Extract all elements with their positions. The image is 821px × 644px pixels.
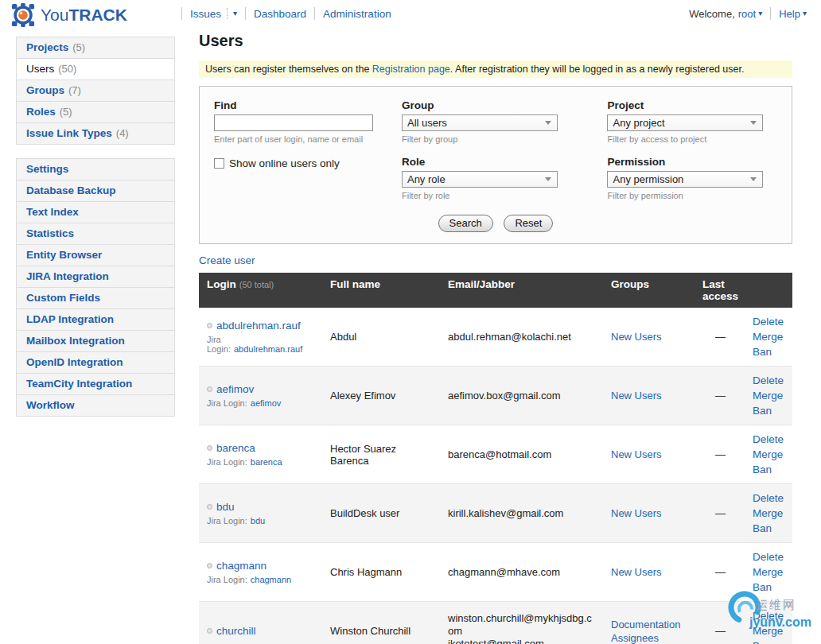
role-hint: Filter by role [402,191,572,200]
merge-link[interactable]: Merge [753,447,789,462]
role-select[interactable]: Any role [402,171,558,188]
show-online-label[interactable]: Show online users only [229,157,340,169]
user-login-link[interactable]: abdulrehman.rauf [216,320,301,332]
sidebar-item-label: Workflow [26,399,75,411]
table-row: barencaJira Login:barencaHector Suarez B… [199,425,792,484]
sidebar-item-label: Users [26,63,54,75]
full-name-cell: Alexey Efimov [322,367,440,425]
ban-link[interactable]: Ban [753,521,789,536]
sidebar-item-custom-fields[interactable]: Custom Fields [16,287,175,309]
chevron-down-icon[interactable]: ▾ [803,9,807,17]
group-select[interactable]: All users [402,114,558,131]
login-sub-value-link[interactable]: aefimov [251,398,282,408]
login-sub-value-link[interactable]: chagmann [251,575,291,584]
sidebar-item-statistics[interactable]: Statistics [16,223,175,245]
group-link[interactable]: New Users [611,507,662,519]
delete-link[interactable]: Delete [753,491,789,506]
login-sub-value-link[interactable]: bdu [251,516,265,526]
sidebar-item-settings[interactable]: Settings [16,158,175,180]
sidebar-item-projects[interactable]: Projects(5) [16,37,175,59]
merge-link[interactable]: Merge [753,329,789,344]
sidebar-item-label: OpenID Integration [26,356,123,368]
merge-link[interactable]: Merge [753,623,789,638]
delete-link[interactable]: Delete [753,432,789,447]
group-link[interactable]: New Users [611,390,662,402]
sidebar-item-entity-browser[interactable]: Entity Browser [16,244,175,266]
email-value: iketetest@gmail.com [448,638,595,644]
sidebar-item-ldap-integration[interactable]: LDAP Integration [16,308,175,331]
groups-cell: Documentation Assignees [603,602,695,644]
group-link[interactable]: New Users [611,331,662,343]
sidebar-item-text-index[interactable]: Text Index [16,201,175,223]
create-user-link[interactable]: Create user [199,254,255,266]
ban-link[interactable]: Ban [753,403,789,418]
user-login-link[interactable]: barenca [216,442,255,454]
sidebar-item-label: Statistics [26,227,74,239]
online-status-icon [207,504,212,510]
sidebar-item-groups[interactable]: Groups(7) [16,80,175,102]
sidebar-item-count: (7) [68,84,81,96]
find-input[interactable] [214,114,373,131]
ban-link[interactable]: Ban [753,344,789,359]
sidebar-item-issue-link-types[interactable]: Issue Link Types(4) [16,122,175,145]
reset-button[interactable]: Reset [504,215,553,232]
group-link[interactable]: New Users [611,448,662,460]
ban-link[interactable]: Ban [753,462,789,477]
login-sub-value-link[interactable]: barenca [251,457,282,467]
user-menu[interactable]: root [738,8,756,20]
group-link[interactable]: Documentation Assignees [611,619,680,644]
login-sub-value-link[interactable]: abdulrehman.rauf [234,344,302,354]
help-menu[interactable]: Help [779,8,800,20]
project-select[interactable]: Any project [607,114,763,131]
sidebar-item-roles[interactable]: Roles(5) [16,101,175,123]
login-sub-label: Jira Login: [207,516,247,526]
sidebar-item-workflow[interactable]: Workflow [16,394,175,417]
page-title: Users [199,32,792,50]
sidebar-item-database-backup[interactable]: Database Backup [16,180,175,202]
email-value: abdul.rehman@kolachi.net [448,331,595,343]
groups-cell: New Users [603,367,695,425]
ban-link[interactable]: Ban [753,638,789,644]
user-login-link[interactable]: aefimov [216,383,254,395]
show-online-checkbox[interactable] [214,158,224,169]
login-cell: aefimovJira Login:aefimov [199,367,322,425]
info-banner: Users can register themselves on the Reg… [199,60,792,78]
nav-dashboard[interactable]: Dashboard [254,8,306,20]
registration-page-link[interactable]: Registration page [372,64,450,75]
role-label: Role [402,156,572,168]
user-login-link[interactable]: churchill [216,625,256,637]
sidebar-item-openid-integration[interactable]: OpenID Integration [16,351,175,374]
permission-select-value: Any permission [613,173,683,185]
chevron-down-icon[interactable]: ▾ [233,9,237,17]
search-button[interactable]: Search [438,215,493,232]
merge-link[interactable]: Merge [753,388,789,403]
sidebar-item-teamcity-integration[interactable]: TeamCity Integration [16,373,175,395]
user-login-link[interactable]: chagmann [216,560,267,572]
sidebar-item-label: JIRA Integration [26,270,109,282]
actions-cell: DeleteMergeBan [746,425,792,484]
nav-divider [770,7,771,20]
merge-link[interactable]: Merge [753,506,789,521]
sidebar-item-users[interactable]: Users(50) [16,58,175,80]
groups-cell: New Users [603,543,695,602]
table-row: aefimovJira Login:aefimovAlexey Efimovae… [199,367,792,425]
chevron-down-icon [750,121,757,125]
permission-select[interactable]: Any permission [607,171,763,188]
group-link[interactable]: New Users [611,566,662,578]
login-sub-label: Jira Login: [207,398,247,408]
ban-link[interactable]: Ban [753,580,789,595]
user-login-link[interactable]: bdu [216,501,235,513]
sidebar-item-jira-integration[interactable]: JIRA Integration [16,266,175,288]
delete-link[interactable]: Delete [753,549,789,564]
delete-link[interactable]: Delete [753,314,789,329]
delete-link[interactable]: Delete [753,608,789,623]
merge-link[interactable]: Merge [753,564,789,580]
youtrack-logo-icon [11,3,35,27]
nav-administration[interactable]: Administration [323,8,391,20]
sidebar-item-mailbox-integration[interactable]: Mailbox Integration [16,330,175,352]
delete-link[interactable]: Delete [753,373,789,388]
groups-cell: New Users [603,425,695,484]
nav-issues[interactable]: Issues [190,8,221,20]
chevron-down-icon[interactable]: ▾ [758,9,762,17]
youtrack-logo[interactable]: YouTRACK [11,3,127,27]
